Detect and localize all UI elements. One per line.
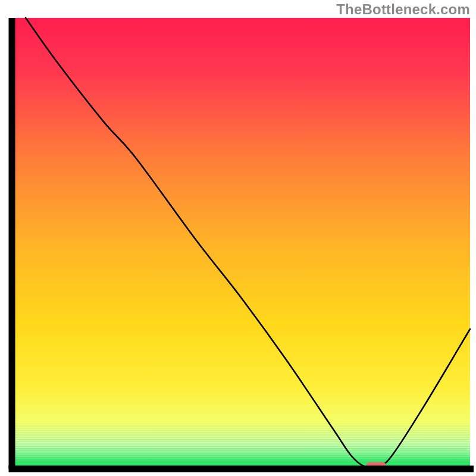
chart-container: TheBottleneck.com — [0, 0, 476, 476]
plot-background — [12, 18, 470, 469]
bottleneck-chart — [0, 0, 476, 476]
